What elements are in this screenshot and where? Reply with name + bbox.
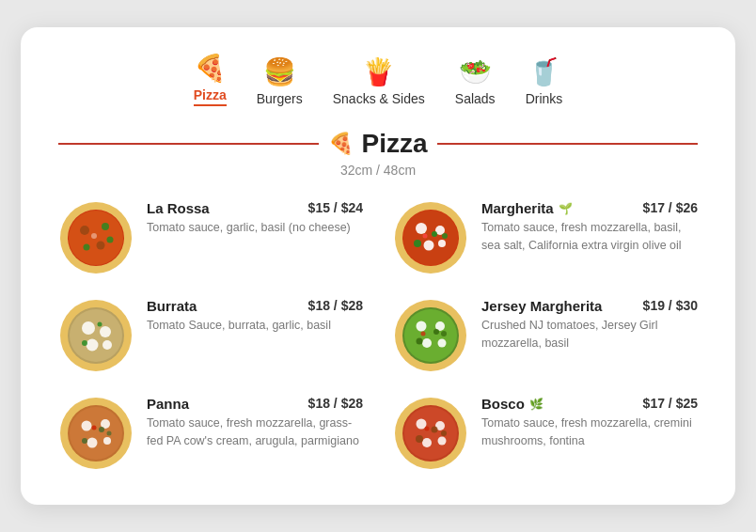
- svg-point-43: [82, 421, 92, 431]
- item-description: Tomato sauce, fresh mozzarella, basil, s…: [481, 219, 698, 255]
- pizza-image-burrata: [58, 298, 134, 373]
- svg-point-59: [432, 427, 438, 433]
- svg-point-32: [417, 321, 427, 332]
- section-pizza-icon: 🍕: [328, 132, 354, 156]
- svg-point-11: [403, 211, 458, 265]
- svg-point-15: [438, 240, 446, 247]
- svg-point-16: [414, 240, 421, 247]
- salads-icon: 🥗: [459, 59, 492, 86]
- list-item: Jersey Margherita $19 / $30 Crushed NJ t…: [393, 298, 698, 373]
- svg-point-3: [80, 226, 89, 235]
- category-nav: 🍕 Pizza 🍔 Burgers 🍟 Snacks & Sides 🥗 Sal…: [58, 55, 698, 106]
- nav-salads[interactable]: 🥗 Salads: [455, 59, 496, 106]
- item-name-row: La Rossa $15 / $24: [147, 200, 363, 216]
- section-title-wrap: 🍕 Pizza: [328, 129, 427, 159]
- svg-point-36: [417, 338, 423, 345]
- item-name: Burrata: [147, 298, 197, 314]
- section-title: Pizza: [361, 129, 427, 159]
- svg-point-31: [404, 309, 457, 362]
- item-badge: 🌿: [529, 398, 543, 411]
- svg-point-23: [82, 321, 95, 335]
- item-description: Tomato sauce, fresh mozzarella, cremini …: [481, 415, 698, 450]
- pizza-image-jersey-margherita: [393, 298, 468, 373]
- nav-burgers-label: Burgers: [257, 91, 303, 106]
- nav-drinks-label: Drinks: [526, 91, 563, 106]
- svg-point-18: [423, 234, 428, 239]
- svg-point-8: [107, 237, 114, 243]
- svg-point-53: [404, 407, 457, 460]
- drinks-icon: 🥤: [528, 59, 560, 86]
- nav-salads-label: Salads: [455, 91, 496, 106]
- pizza-image-la-rossa: [58, 200, 134, 275]
- svg-point-14: [424, 241, 434, 251]
- svg-point-6: [84, 244, 90, 251]
- svg-point-50: [107, 431, 112, 436]
- svg-point-7: [91, 233, 97, 239]
- svg-point-39: [441, 331, 447, 336]
- list-item: La Rossa $15 / $24 Tomato sauce, garlic,…: [58, 200, 363, 275]
- item-description: Tomato sauce, garlic, basil (no cheese): [147, 219, 363, 237]
- item-info-jersey-margherita: Jersey Margherita $19 / $30 Crushed NJ t…: [481, 298, 698, 352]
- item-info-panna: Panna $18 / $28 Tomato sauce, fresh mozz…: [147, 396, 363, 450]
- list-item: Panna $18 / $28 Tomato sauce, fresh mozz…: [58, 396, 363, 471]
- svg-point-47: [82, 438, 87, 444]
- item-description: Crushed NJ tomatoes, Jersey Girl mozzare…: [481, 317, 698, 352]
- list-item: Bosco 🌿 $17 / $25 Tomato sauce, fresh mo…: [393, 396, 698, 471]
- svg-point-57: [438, 437, 447, 446]
- item-name: Jersey Margherita: [481, 298, 602, 314]
- nav-pizza[interactable]: 🍕 Pizza: [194, 55, 227, 106]
- pizza-image-bosco: [393, 396, 468, 471]
- svg-point-45: [87, 438, 98, 448]
- item-price: $19 / $30: [643, 298, 698, 313]
- item-description: Tomato Sauce, burrata, garlic, basil: [147, 317, 363, 335]
- item-info-la-rossa: La Rossa $15 / $24 Tomato sauce, garlic,…: [147, 200, 363, 237]
- svg-point-27: [82, 340, 87, 346]
- item-price: $15 / $24: [308, 200, 363, 215]
- svg-point-24: [100, 326, 111, 337]
- svg-point-46: [103, 437, 111, 445]
- list-item: Margherita 🌱 $17 / $26 Tomato sauce, fre…: [393, 200, 698, 275]
- item-name-row: Margherita 🌱 $17 / $26: [481, 200, 698, 216]
- nav-snacks[interactable]: 🍟 Snacks & Sides: [333, 59, 425, 106]
- item-name: Bosco 🌿: [481, 396, 543, 412]
- svg-point-37: [433, 329, 439, 335]
- svg-point-58: [416, 435, 423, 443]
- item-price: $17 / $26: [643, 200, 698, 215]
- burger-icon: 🍔: [263, 59, 296, 86]
- item-price: $17 / $25: [643, 396, 698, 411]
- section-header: 🍕 Pizza: [58, 129, 698, 159]
- list-item: Burrata $18 / $28 Tomato Sauce, burrata,…: [58, 298, 363, 373]
- svg-point-19: [442, 233, 448, 239]
- svg-point-61: [425, 427, 430, 431]
- item-badge: 🌱: [559, 202, 573, 215]
- pizza-image-margherita: [393, 200, 468, 275]
- nav-burgers[interactable]: 🍔 Burgers: [257, 59, 303, 106]
- item-name: La Rossa: [147, 200, 210, 216]
- snacks-icon: 🍟: [362, 59, 395, 86]
- item-name: Margherita 🌱: [481, 200, 573, 216]
- pizza-image-panna: [58, 396, 134, 471]
- svg-point-26: [102, 340, 112, 350]
- pizza-icon: 🍕: [194, 55, 227, 82]
- svg-point-60: [441, 430, 447, 436]
- nav-drinks[interactable]: 🥤 Drinks: [526, 59, 563, 106]
- section-line-left: [58, 143, 319, 145]
- svg-point-48: [99, 427, 104, 432]
- svg-point-56: [422, 438, 432, 447]
- item-name-row: Jersey Margherita $19 / $30: [481, 298, 698, 314]
- section-subtitle: 32cm / 48cm: [58, 163, 698, 178]
- svg-point-4: [102, 223, 109, 230]
- section-line-right: [437, 143, 698, 145]
- item-info-bosco: Bosco 🌿 $17 / $25 Tomato sauce, fresh mo…: [481, 396, 698, 450]
- item-name-row: Bosco 🌿 $17 / $25: [481, 396, 698, 412]
- item-price: $18 / $28: [308, 298, 363, 313]
- svg-point-12: [416, 223, 427, 234]
- item-name-row: Panna $18 / $28: [147, 396, 363, 412]
- svg-point-5: [97, 242, 105, 250]
- nav-snacks-label: Snacks & Sides: [333, 91, 425, 106]
- svg-point-35: [438, 339, 447, 348]
- svg-point-38: [421, 332, 426, 336]
- svg-point-25: [87, 339, 99, 352]
- svg-point-22: [70, 309, 122, 362]
- svg-point-42: [70, 407, 122, 460]
